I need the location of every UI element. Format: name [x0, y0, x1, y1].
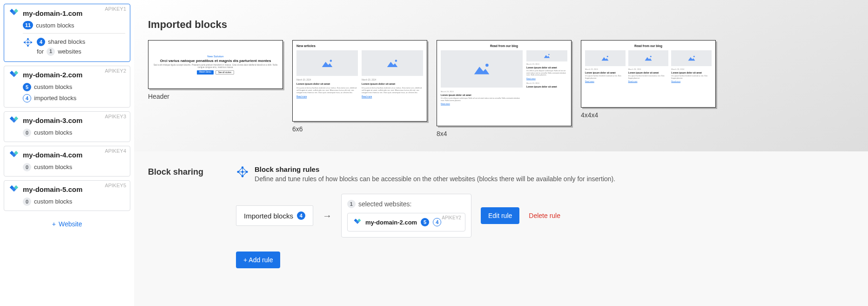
network-icon [23, 37, 33, 48]
image-placeholder-icon [526, 50, 567, 61]
domain-name: my-domain-2.com [365, 219, 417, 226]
domain-logo-icon [9, 116, 19, 126]
domain-name: my-domain-5.com [23, 185, 82, 193]
domain-card-4[interactable]: APIKEY4 my-domain-4.com 0 custom blocks [4, 146, 130, 177]
rules-title: Block sharing rules [255, 165, 615, 173]
imported-chip-count: 4 [297, 211, 305, 220]
custom-count-badge: 0 [23, 163, 31, 171]
api-key-label: APIKEY3 [105, 114, 126, 119]
plus-icon: + [52, 220, 56, 228]
block-thumb-6x6[interactable]: New articles March 20, 2024 Lorem ipsum … [292, 40, 427, 133]
add-rule-button[interactable]: + Add rule [236, 252, 280, 268]
domain-card-3[interactable]: APIKEY3 my-domain-3.com 0 custom blocks [4, 111, 130, 142]
domain-name: my-domain-1.com [23, 9, 82, 17]
block-thumb-4x4x4[interactable]: Read from our blog March 20, 2024 Lorem … [581, 40, 716, 119]
imported-blocks-title: Imported blocks [148, 19, 854, 31]
custom-label: custom blocks [34, 83, 72, 90]
arrow-right-icon: → [323, 211, 332, 221]
api-key-label: APIKEY2 [105, 68, 126, 74]
add-website-label: Website [59, 220, 82, 228]
sidebar: APIKEY1 my-domain-1.com 11 custom blocks… [0, 0, 134, 306]
thumb-label: 6x6 [292, 125, 427, 133]
shared-label: shared blocks [48, 37, 85, 47]
selected-websites-box: 1 selected websites: APIKEY2 my-domain-2… [341, 194, 471, 238]
api-key-label: APIKEY5 [105, 183, 126, 188]
custom-label: custom blocks [34, 163, 72, 170]
selected-domain-card[interactable]: APIKEY2 my-domain-2.com 5 4 [347, 213, 465, 231]
image-placeholder-icon [362, 50, 423, 76]
custom-count-badge: 0 [23, 197, 31, 206]
thumb-label: 8x4 [437, 130, 572, 137]
custom-count-badge: 5 [23, 83, 31, 91]
image-placeholder-icon [441, 50, 523, 88]
divider [23, 33, 125, 34]
domain-name: my-domain-4.com [23, 151, 82, 159]
domain-card-2[interactable]: APIKEY2 my-domain-2.com 5 custom blocks … [4, 66, 130, 108]
custom-label: custom blocks [34, 198, 72, 205]
selected-label: selected websites: [358, 200, 411, 208]
image-placeholder-icon [628, 50, 669, 66]
domain-logo-icon [353, 218, 362, 226]
delete-rule-button[interactable]: Delete rule [529, 212, 560, 219]
imported-blocks-chip[interactable]: Imported blocks 4 [236, 205, 313, 226]
domain-logo-icon [9, 8, 19, 18]
rules-desc: Define and tune rules of how blocks can … [255, 175, 615, 183]
domain-name: my-domain-2.com [23, 71, 82, 79]
network-icon [236, 165, 249, 178]
domain-logo-icon [9, 184, 19, 195]
block-sharing-section: Block sharing Block sharing rules Define… [134, 151, 868, 306]
block-thumb-8x4[interactable]: Read from our blog March 23, 2024 Lorem … [437, 40, 572, 137]
domain-logo-icon [9, 150, 19, 160]
custom-count-badge: 0 [23, 129, 31, 137]
custom-label: custom blocks [34, 129, 72, 136]
image-placeholder-icon [296, 50, 358, 76]
api-key-label: APIKEY4 [105, 148, 126, 154]
domain-logo-icon [9, 70, 19, 80]
for-label: for [37, 47, 44, 57]
api-key-label: APIKEY1 [105, 6, 126, 12]
domain-name: my-domain-3.com [23, 116, 82, 124]
api-key-label: APIKEY2 [442, 215, 461, 220]
thumb-label: 4x4x4 [581, 111, 716, 119]
selected-count-badge: 1 [347, 200, 356, 208]
rule-row: Imported blocks 4 → 1 selected websites:… [236, 194, 854, 238]
image-placeholder-icon [671, 50, 712, 66]
block-thumb-header[interactable]: New Solution Orci varius natoque penatib… [148, 40, 283, 100]
custom-count-badge: 11 [23, 21, 33, 29]
add-website-button[interactable]: + Website [4, 215, 130, 233]
imported-chip-label: Imported blocks [244, 212, 293, 220]
domain-card-1[interactable]: APIKEY1 my-domain-1.com 11 custom blocks… [4, 4, 130, 62]
custom-label: custom blocks [36, 22, 74, 29]
imported-label: imported blocks [34, 95, 76, 102]
imported-blocks-section: Imported blocks New Solution Orci varius… [134, 0, 868, 151]
custom-count-badge: 5 [421, 218, 429, 226]
thumb-label: Header [148, 93, 283, 100]
domain-card-5[interactable]: APIKEY5 my-domain-5.com 0 custom blocks [4, 180, 130, 211]
imported-count-badge: 4 [23, 94, 31, 102]
shared-count-badge: 4 [37, 38, 45, 46]
imported-count-badge: 4 [433, 218, 441, 226]
image-placeholder-icon [585, 50, 626, 66]
block-sharing-title: Block sharing [148, 167, 203, 292]
websites-label: websites [58, 47, 81, 57]
edit-rule-button[interactable]: Edit rule [481, 207, 519, 224]
main-panel: Imported blocks New Solution Orci varius… [134, 0, 868, 306]
websites-count-badge: 1 [47, 48, 55, 56]
